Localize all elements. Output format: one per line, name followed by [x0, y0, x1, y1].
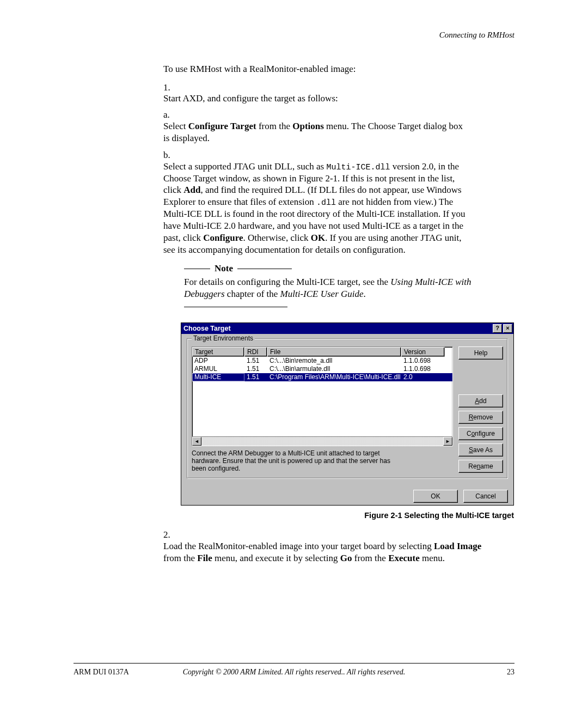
rename-button[interactable]: Rename — [458, 460, 503, 473]
table-row[interactable]: ADP 1.51 C:\...\Bin\remote_a.dll 1.1.0.6… — [192, 357, 452, 365]
step2-number: 2. — [163, 530, 188, 540]
note-text: For details on configuring the Multi-ICE… — [184, 276, 489, 300]
page-footer: ARM DUI 0137A Copyright © 2000 ARM Limit… — [74, 663, 514, 677]
configure-button[interactable]: Configure — [458, 427, 503, 440]
step1-number: 1. — [163, 82, 188, 93]
table-row-selected[interactable]: Multi-ICE 1.51 C:\Program Files\ARM\Mult… — [192, 373, 452, 381]
add-button[interactable]: Add — [458, 394, 503, 407]
note-block: Note For details on configuring the Mult… — [184, 263, 489, 307]
step1-lead: Start AXD, and configure the target as f… — [163, 93, 338, 104]
section-header: Connecting to RMHost — [74, 31, 514, 40]
help-button[interactable]: Help — [458, 346, 503, 360]
figure-caption: Figure 2-1 Selecting the Multi-ICE targe… — [181, 511, 514, 520]
step2-text: Load the RealMonitor-enabled image into … — [163, 540, 489, 564]
col-header-rdi[interactable]: RDI — [244, 347, 267, 357]
scroll-left-icon[interactable]: ◄ — [192, 437, 201, 446]
col-header-target[interactable]: Target — [192, 347, 244, 357]
target-listview[interactable]: Target RDI File Version ADP 1.51 — [192, 346, 453, 446]
table-row[interactable]: ARMUL 1.51 C:\...\Bin\armulate.dll 1.1.0… — [192, 365, 452, 373]
help-icon[interactable]: ? — [493, 324, 502, 333]
col-header-file[interactable]: File — [267, 347, 401, 357]
scroll-right-icon[interactable]: ► — [443, 437, 452, 446]
target-description: Connect the ARM Debugger to a Multi-ICE … — [192, 449, 453, 473]
choose-target-dialog: Choose Target ? × Target Environments Ta… — [181, 322, 514, 506]
horizontal-scrollbar[interactable]: ◄ ► — [192, 436, 452, 446]
intro-text: To use RMHost with a RealMonitor-enabled… — [163, 64, 514, 75]
titlebar[interactable]: Choose Target ? × — [181, 323, 513, 334]
step1b-text: Select a supported JTAG unit DLL, such a… — [163, 161, 469, 256]
note-label: Note — [215, 263, 233, 274]
step1a-letter: a. — [163, 109, 184, 120]
footer-center: Copyright © 2000 ARM Limited. All rights… — [74, 668, 514, 677]
dialog-title: Choose Target — [183, 325, 492, 332]
step1b-letter: b. — [163, 150, 184, 161]
ok-button[interactable]: OK — [413, 490, 458, 503]
remove-button[interactable]: Remove — [458, 411, 503, 424]
step1a-text: Select Configure Target from the Options… — [163, 120, 469, 144]
target-environments-group: Target Environments Target RDI File Vers… — [187, 338, 508, 479]
groupbox-label: Target Environments — [192, 334, 255, 342]
save-as-button[interactable]: Save As — [458, 443, 503, 457]
cancel-button[interactable]: Cancel — [463, 490, 508, 503]
close-icon[interactable]: × — [503, 324, 512, 333]
col-header-version[interactable]: Version — [401, 347, 445, 357]
